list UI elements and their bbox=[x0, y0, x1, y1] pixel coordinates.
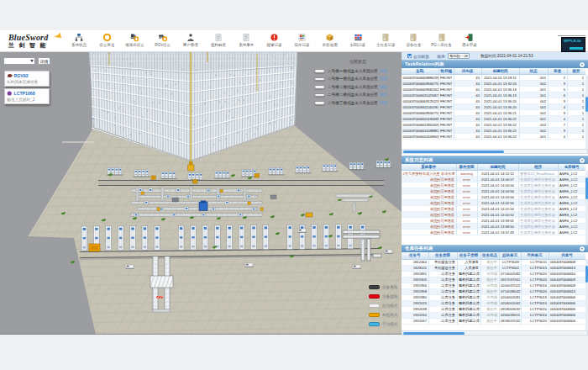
table-row[interactable]: 00100370006609556770FRONT402021-04-01 13… bbox=[402, 81, 585, 87]
table-cell: 入库异常 bbox=[457, 265, 480, 271]
toolbar-item-3[interactable]: 堆垛机停止 bbox=[120, 33, 149, 48]
alert-card-lctp[interactable]: LCTP1068 输送上货超时_2 bbox=[4, 88, 50, 104]
table-row[interactable]: 1932050出库任务整料托盘出库已完成0200039011LCTP301600… bbox=[402, 312, 585, 318]
column-header[interactable]: 任务子类型 bbox=[457, 252, 480, 259]
legend-label: 设备故障 bbox=[382, 294, 397, 299]
table-row[interactable]: 00100370006610098881FRONT402021-04-01 13… bbox=[402, 128, 585, 134]
table-row[interactable]: 00100370006611029457FRONT402021-04-01 13… bbox=[402, 92, 585, 98]
zone-detail-link[interactable]: 详情 bbox=[380, 69, 387, 73]
table-cell: 生成库位调库任务错误 bbox=[518, 218, 558, 224]
table-row[interactable]: 未找到可用通道error2021-04-01 14:04:56生成库位调库任务错… bbox=[402, 188, 585, 194]
column-header[interactable]: 创建时间 bbox=[477, 164, 518, 171]
table-row[interactable]: 未找到可用通道error2021-04-01 14:02:55生成库位调库任务错… bbox=[402, 200, 585, 206]
table-row[interactable]: 1931891出库任务整料托盘出库已完成0714002082LCTP302000… bbox=[402, 271, 585, 277]
table-row[interactable]: 00100370006610549653FRONT402021-04-01 13… bbox=[402, 134, 585, 140]
table-row[interactable]: 未找到可用通道error2021-04-01 13:57:49生成库位调库任务错… bbox=[402, 230, 585, 235]
table-cell: ASRS_LC2 bbox=[558, 218, 585, 224]
table-row[interactable]: 1812464单向输送任务入库异常执行中LCTP3049LCTP40110010… bbox=[402, 259, 585, 265]
table-row[interactable]: 2号七层穿梭车读入信息 非法长度warning2021-04-01 14:12:… bbox=[402, 171, 585, 177]
table-row[interactable]: 00100370006613952005FRONT402021-04-01 13… bbox=[402, 122, 585, 128]
column-header[interactable]: 任务类型 bbox=[428, 252, 457, 259]
table-row[interactable]: 1931980出库任务整料托盘出库已完成0204002081LCTP301600… bbox=[402, 294, 585, 300]
alert-card-rgv[interactable]: RGV92 长时间未完成任务 bbox=[4, 71, 50, 87]
table-row[interactable]: 未找到可用通道error2021-04-01 14:01:54生成库位调库任务错… bbox=[402, 206, 585, 212]
column-header[interactable]: 系统事件 bbox=[402, 164, 456, 171]
table-row[interactable]: 1931956出库任务整料托盘出库已完成0200037022LCTP301600… bbox=[402, 283, 585, 288]
toolbar-item-4[interactable]: RGV停止 bbox=[149, 33, 177, 48]
column-header[interactable]: 起始单元 bbox=[499, 252, 521, 259]
table-row[interactable]: 1931905出库任务整料托盘出库执行中0917037061LCTP302000… bbox=[402, 277, 585, 283]
scrollbar-thumb[interactable] bbox=[403, 151, 504, 154]
table-row[interactable]: 00100370006609125123FRONT402021-04-01 13… bbox=[402, 98, 585, 104]
column-header[interactable]: 仓库编号 bbox=[558, 164, 585, 171]
table-row[interactable]: 1932067出库任务整料托盘出库执行中0818037032LCTP302000… bbox=[402, 318, 585, 324]
table-row[interactable]: 未找到可用通道error2021-04-01 13:58:50生成库位调库任务错… bbox=[402, 224, 585, 230]
toolbar-item-2[interactable]: 停止派送 bbox=[92, 33, 121, 48]
zone-detail-link[interactable]: 详情 bbox=[380, 77, 387, 81]
zone-checkbox[interactable] bbox=[314, 69, 325, 73]
collapse-icon[interactable] bbox=[580, 62, 585, 67]
toolbar-item-13[interactable]: 设备任务 bbox=[399, 33, 428, 48]
table-row[interactable]: 00100370006609886239FRONT452021-04-01 13… bbox=[402, 75, 585, 81]
detail-button[interactable]: 详情 bbox=[38, 57, 50, 65]
toolbar-item-8[interactable]: 报警记录 bbox=[260, 33, 288, 48]
column-header[interactable]: 事件类型 bbox=[456, 164, 477, 171]
device-filter-select[interactable] bbox=[3, 57, 35, 65]
column-header[interactable]: 条码 bbox=[402, 68, 438, 75]
table-row[interactable]: 00100370006609556770FRONT402021-04-01 13… bbox=[402, 110, 585, 116]
auto-refresh-checkbox[interactable] bbox=[407, 54, 412, 58]
column-header[interactable]: 任务号 bbox=[402, 252, 428, 259]
table-row[interactable]: 00100370006611140190FRONT402021-04-01 13… bbox=[402, 104, 585, 110]
zone-checkbox[interactable] bbox=[314, 93, 325, 98]
toolbar-item-1[interactable]: 系统状态 bbox=[65, 33, 93, 48]
toolbar-item-6[interactable]: 投料触发 bbox=[204, 33, 233, 48]
toolbar-item-7[interactable]: 系统事件 bbox=[232, 33, 260, 48]
table-row[interactable]: 1931958出库任务整料托盘出库执行中0714038042LCTP302000… bbox=[402, 288, 585, 294]
horizontal-scrollbar[interactable] bbox=[402, 149, 588, 155]
toolbar-item-15[interactable]: 退出登录 bbox=[455, 33, 484, 48]
column-header[interactable]: 巷道 bbox=[548, 68, 567, 75]
toolbar-item-9[interactable]: 操作记录 bbox=[288, 33, 317, 48]
table-row[interactable]: 1932038出库任务整料托盘出库执行中0918003032LCTP302000… bbox=[402, 306, 585, 312]
toolbar-item-label: 外形检测 bbox=[316, 43, 344, 49]
column-header[interactable]: 程序 bbox=[518, 164, 558, 171]
collapse-icon[interactable] bbox=[580, 158, 585, 163]
table-row[interactable]: 00100370006610190639FRONT402021-04-01 13… bbox=[402, 116, 585, 122]
column-header[interactable]: 优先级 bbox=[454, 68, 481, 75]
column-header[interactable]: 托盘号 bbox=[549, 252, 585, 259]
table-cell: 1 bbox=[567, 122, 585, 128]
zone-detail-link[interactable]: 详情 bbox=[380, 101, 387, 105]
zone-detail-link[interactable]: 详情 bbox=[380, 85, 387, 89]
column-header[interactable]: 任务状态 bbox=[480, 252, 499, 259]
zone-detail-link[interactable]: 详情 bbox=[380, 92, 387, 97]
toolbar-item-10[interactable]: 外形检测 bbox=[316, 33, 344, 48]
monitor-mini-window[interactable]: WPPLR-06 bbox=[561, 37, 585, 52]
horizontal-scrollbar[interactable] bbox=[402, 330, 588, 336]
table-row[interactable]: 未找到可用通道error2021-04-01 14:00:52生成库位调库任务错… bbox=[402, 212, 585, 218]
zone-label: 二号楼二楼托盘出入库东分区 bbox=[328, 92, 378, 97]
scrollbar-thumb[interactable] bbox=[403, 332, 465, 336]
column-header[interactable]: 状态 bbox=[519, 68, 548, 75]
column-header[interactable]: 前后端 bbox=[438, 68, 454, 75]
table-row[interactable]: 未找到可用通道error2021-04-01 13:59:51生成库位调库任务错… bbox=[402, 218, 585, 224]
frequency-select[interactable]: 每30秒一次 bbox=[448, 53, 470, 59]
zone-checkbox[interactable] bbox=[314, 101, 325, 105]
toolbar-item-12[interactable]: 主任务记录 bbox=[371, 33, 400, 48]
table-cell: 40 bbox=[454, 81, 481, 87]
column-header[interactable]: 目的单元 bbox=[521, 252, 549, 259]
table-row[interactable]: 未找到可用通道error2021-04-01 14:05:56生成库位调库任务错… bbox=[402, 182, 585, 188]
toolbar-item-5[interactable]: 用户管理 bbox=[176, 33, 205, 48]
toolbar-item-14[interactable]: PG二库任务 bbox=[428, 33, 456, 48]
table-row[interactable]: 00100370006609582162FRONT402021-04-01 13… bbox=[402, 87, 585, 92]
table-row[interactable]: 1932025出库任务整料托盘出库已完成0204001062LCTP301600… bbox=[402, 300, 585, 306]
zone-checkbox[interactable] bbox=[314, 85, 325, 89]
table-cell: ASRS_LC2 bbox=[558, 177, 585, 182]
collapse-icon[interactable] bbox=[580, 246, 585, 251]
table-row[interactable]: 1828411单向输送任务入库异常执行中LCTP3002LCTP30150010… bbox=[402, 265, 585, 271]
column-header[interactable]: 楼层 bbox=[567, 68, 585, 75]
table-row[interactable]: 未找到可用通道error2021-04-01 14:03:56生成库位调库任务错… bbox=[402, 194, 585, 200]
toolbar-item-11[interactable]: 扫码记录 bbox=[344, 33, 372, 48]
zone-checkbox[interactable] bbox=[314, 77, 325, 82]
table-row[interactable]: 未找到可用通道error2021-04-01 14:06:57生成库位调库任务错… bbox=[402, 177, 585, 182]
column-header[interactable]: 创建时间 bbox=[481, 68, 519, 75]
